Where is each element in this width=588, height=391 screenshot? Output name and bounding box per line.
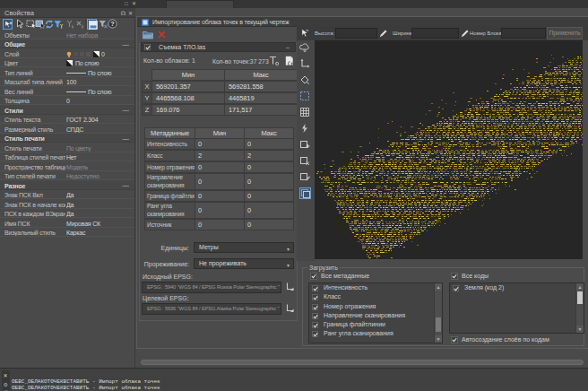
svg-text:?: ? bbox=[110, 20, 115, 28]
